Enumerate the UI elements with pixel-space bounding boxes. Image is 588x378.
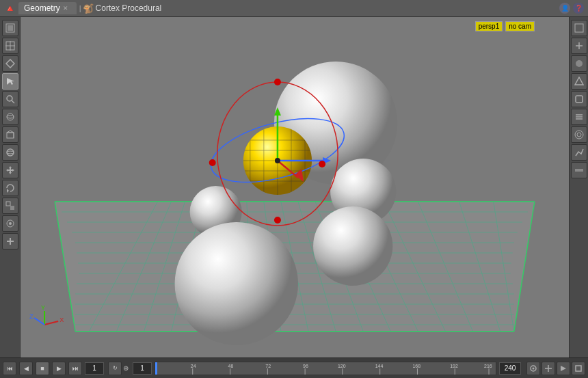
svg-rect-99 <box>155 362 157 375</box>
svg-text:72: 72 <box>265 364 271 368</box>
titlebar: 🔺 Geometry ✕ | 🐒 Cortex Procedural 👤 ❓ <box>0 0 588 17</box>
sync-btn[interactable]: ↻ <box>108 362 122 375</box>
svg-marker-120 <box>561 366 566 371</box>
svg-point-7 <box>7 96 12 101</box>
right-tool-8[interactable] <box>571 144 587 161</box>
frame-start-field[interactable] <box>85 362 104 375</box>
tool-orbit[interactable] <box>2 109 18 125</box>
btn-play[interactable]: ▶ <box>52 362 66 375</box>
svg-point-15 <box>7 151 14 154</box>
svg-text:X: X <box>59 316 64 323</box>
title-right-buttons: 👤 ❓ <box>559 3 584 14</box>
tool-snap[interactable] <box>2 215 18 232</box>
svg-marker-17 <box>7 189 9 193</box>
svg-point-79 <box>275 158 280 163</box>
tool-extra[interactable] <box>2 233 18 249</box>
left-toolbar <box>0 17 21 357</box>
btn-skip-end[interactable]: ⏭ <box>68 362 82 375</box>
orbit-handle-right[interactable] <box>319 161 325 167</box>
svg-text:192: 192 <box>450 364 458 368</box>
tab-cortex-icon: 🐒 <box>83 3 94 14</box>
tab-separator: | <box>79 4 81 12</box>
svg-point-20 <box>9 222 12 225</box>
svg-marker-12 <box>7 131 14 133</box>
svg-rect-18 <box>6 202 10 206</box>
svg-point-14 <box>7 149 14 156</box>
right-tool-9[interactable] <box>571 162 587 178</box>
tool-grid[interactable] <box>2 38 18 54</box>
svg-marker-16 <box>6 166 14 174</box>
ruler-svg: 24 48 72 96 120 144 168 192 216 <box>155 362 496 375</box>
btn-skip-start[interactable]: ⏮ <box>3 362 16 375</box>
svg-rect-23 <box>10 238 11 245</box>
right-tool-2[interactable] <box>571 38 587 54</box>
help-button[interactable]: ❓ <box>573 3 584 14</box>
tool-arrow[interactable] <box>2 73 18 90</box>
svg-marker-6 <box>7 78 14 85</box>
right-tool-1[interactable] <box>571 20 587 36</box>
svg-rect-97 <box>575 169 583 172</box>
right-toolbar <box>569 17 588 357</box>
svg-point-89 <box>576 60 583 67</box>
user-button[interactable]: 👤 <box>559 3 570 14</box>
right-tool-5[interactable] <box>571 91 587 107</box>
svg-rect-19 <box>10 206 14 210</box>
tab-geometry-close[interactable]: ✕ <box>63 5 68 12</box>
svg-text:Z: Z <box>29 313 34 320</box>
sync-icons: ↻ ⊕ <box>108 362 129 375</box>
tool-box[interactable] <box>2 126 18 143</box>
btn-prev-frame[interactable]: ◀ <box>19 362 33 375</box>
svg-rect-11 <box>7 133 14 138</box>
tab-geometry[interactable]: Geometry ✕ <box>18 2 77 14</box>
orbit-handle-bottom[interactable] <box>274 217 281 224</box>
sphere-medium-right-bottom[interactable] <box>313 206 392 286</box>
frame-current-field[interactable] <box>133 362 152 375</box>
svg-point-10 <box>7 116 14 118</box>
tool-select[interactable] <box>2 20 18 36</box>
svg-text:96: 96 <box>303 364 308 368</box>
app-icon: 🔺 <box>4 3 16 14</box>
svg-text:120: 120 <box>338 364 346 368</box>
tl-icon-1[interactable] <box>526 362 540 375</box>
tl-icon-3[interactable] <box>557 362 570 375</box>
orbit-handle-left[interactable] <box>209 159 216 166</box>
tool-diamond[interactable] <box>2 55 18 72</box>
sync-label: ⊕ <box>123 362 129 375</box>
right-tool-7[interactable] <box>571 126 587 143</box>
svg-text:216: 216 <box>484 364 492 368</box>
svg-marker-90 <box>575 77 583 85</box>
svg-rect-86 <box>575 24 583 32</box>
svg-rect-98 <box>155 362 496 375</box>
viewport[interactable]: X Y Z persp1 no cam <box>21 17 569 357</box>
svg-text:168: 168 <box>412 364 420 368</box>
right-tool-6[interactable] <box>571 109 587 125</box>
tool-move[interactable] <box>2 162 18 178</box>
persp-badge[interactable]: persp1 <box>475 21 503 31</box>
tab-geometry-label: Geometry <box>24 3 60 13</box>
svg-point-95 <box>577 133 581 137</box>
svg-point-119 <box>533 367 535 369</box>
orbit-handle-top[interactable] <box>274 79 281 85</box>
sphere-large-front[interactable] <box>175 222 298 345</box>
timeline-ruler[interactable]: 24 48 72 96 120 144 168 192 216 <box>155 362 496 375</box>
tool-rotate[interactable] <box>2 180 18 196</box>
tool-scale[interactable] <box>2 198 18 214</box>
svg-text:Y: Y <box>41 304 45 311</box>
svg-marker-5 <box>6 59 14 68</box>
tl-icon-2[interactable] <box>542 362 555 375</box>
btn-stop[interactable]: ■ <box>36 362 49 375</box>
tool-sphere[interactable] <box>2 144 18 161</box>
frame-end-field[interactable] <box>499 362 521 375</box>
svg-rect-121 <box>576 366 581 371</box>
right-tool-3[interactable] <box>571 55 587 72</box>
svg-text:48: 48 <box>228 364 234 368</box>
cam-badge[interactable]: no cam <box>505 21 535 31</box>
main-layout: X Y Z persp1 no cam <box>0 17 588 357</box>
svg-rect-1 <box>8 25 13 31</box>
svg-point-96 <box>575 131 583 139</box>
tl-icon-4[interactable] <box>572 362 585 375</box>
right-tool-4[interactable] <box>571 73 587 90</box>
timeline-right-icons <box>526 362 585 375</box>
svg-line-8 <box>12 100 14 103</box>
tool-zoom[interactable] <box>2 91 18 107</box>
